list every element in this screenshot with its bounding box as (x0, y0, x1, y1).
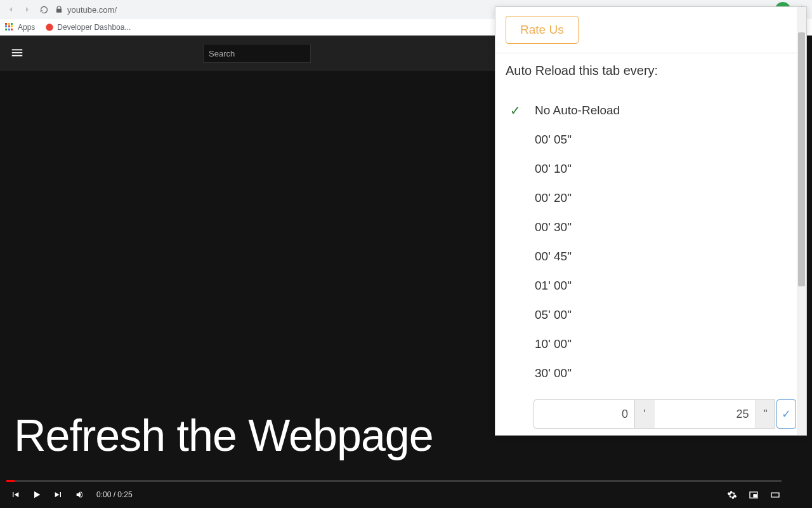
option-label: 00' 45" (535, 250, 572, 264)
option-label: 00' 05" (535, 133, 572, 147)
option-label: 00' 30" (535, 220, 572, 234)
option-45s[interactable]: ✓ 00' 45" (506, 242, 796, 271)
option-label: 05' 00" (535, 308, 572, 322)
forward-button[interactable] (22, 4, 33, 15)
next-button[interactable] (53, 490, 63, 500)
custom-interval-row: ' " ✓ (506, 399, 796, 430)
svg-rect-9 (771, 493, 779, 497)
back-button[interactable] (5, 4, 16, 15)
video-player-controls: 0:00 / 0:25 (6, 480, 806, 506)
option-5m[interactable]: ✓ 05' 00" (506, 300, 796, 330)
search-input[interactable]: Search (203, 44, 311, 63)
option-30m[interactable]: ✓ 30' 00" (506, 359, 796, 388)
svg-rect-6 (12, 55, 23, 57)
popup-scrollbar[interactable] (797, 7, 806, 435)
option-label: No Auto-Reload (535, 104, 620, 117)
option-30s[interactable]: ✓ 00' 30" (506, 213, 796, 242)
time-display: 0:00 / 0:25 (96, 490, 133, 499)
apps-label: Apps (18, 23, 35, 32)
confirm-custom-button[interactable]: ✓ (776, 399, 796, 429)
option-10m[interactable]: ✓ 10' 00" (506, 330, 796, 359)
lock-icon (55, 5, 63, 14)
popup-section-title: Auto Reload this tab every: (506, 64, 796, 78)
minutes-input[interactable] (534, 399, 635, 429)
reload-button[interactable] (38, 4, 49, 15)
option-1m[interactable]: ✓ 01' 00" (506, 271, 796, 300)
option-10s[interactable]: ✓ 00' 10" (506, 154, 796, 184)
option-label: 10' 00" (535, 337, 572, 351)
previous-button[interactable] (10, 490, 20, 500)
extension-popup: Rate Us Auto Reload this tab every: ✓ No… (495, 6, 807, 436)
rate-us-button[interactable]: Rate Us (506, 16, 579, 44)
svg-rect-5 (12, 52, 23, 53)
apps-button[interactable]: Apps (5, 23, 35, 32)
play-button[interactable] (32, 490, 42, 500)
svg-rect-8 (754, 494, 757, 497)
interval-options-list: ✓ No Auto-Reload ✓ 00' 05" ✓ 00' 10" ✓ 0… (506, 96, 796, 388)
theater-icon[interactable] (770, 490, 780, 500)
scrollbar-thumb[interactable] (798, 32, 805, 286)
option-label: 01' 00" (535, 279, 572, 293)
option-20s[interactable]: ✓ 00' 20" (506, 184, 796, 213)
hamburger-icon[interactable] (10, 46, 25, 61)
option-label: 00' 10" (535, 162, 572, 176)
settings-icon[interactable] (727, 490, 737, 500)
seconds-input[interactable] (655, 399, 756, 429)
bookmark-label: Developer Dashboa... (57, 23, 131, 32)
apps-grid-icon (5, 23, 14, 32)
seconds-unit: " (756, 399, 776, 429)
minutes-unit: ' (635, 399, 655, 429)
option-label: 00' 20" (535, 191, 572, 205)
bookmark-favicon (45, 23, 54, 32)
option-label: 30' 00" (535, 366, 572, 380)
miniplayer-icon[interactable] (749, 490, 759, 500)
svg-point-3 (46, 23, 54, 31)
check-icon: ✓ (508, 103, 522, 118)
url-text: youtube.com/ (67, 5, 117, 15)
bookmark-developer-dashboard[interactable]: Developer Dashboa... (45, 23, 131, 32)
search-placeholder: Search (209, 49, 235, 58)
option-no-auto-reload[interactable]: ✓ No Auto-Reload (506, 96, 796, 125)
volume-button[interactable] (75, 490, 85, 500)
svg-rect-4 (12, 50, 23, 51)
page-title: Refresh the Webpage (14, 410, 433, 461)
progress-bar[interactable] (6, 480, 806, 482)
option-5s[interactable]: ✓ 00' 05" (506, 125, 796, 154)
